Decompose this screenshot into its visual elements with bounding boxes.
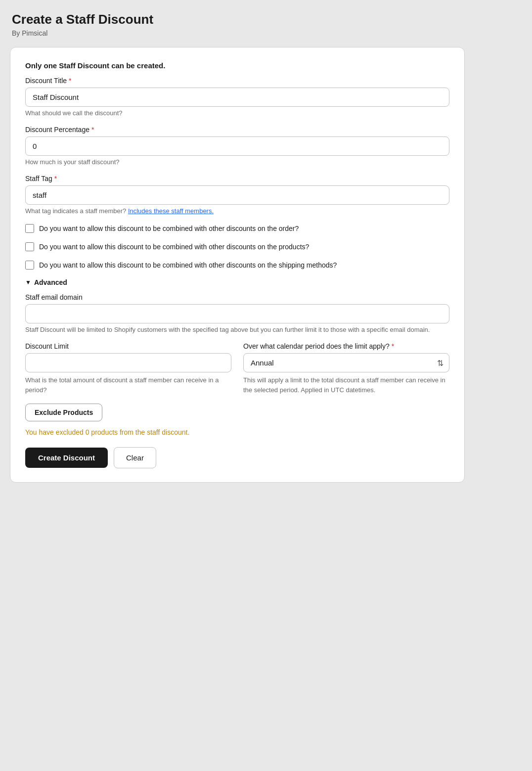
email-domain-hint: Staff Discount will be limited to Shopif… bbox=[25, 326, 449, 333]
email-domain-group: Staff email domain Staff Discount will b… bbox=[25, 293, 449, 333]
email-domain-label: Staff email domain bbox=[25, 293, 449, 301]
discount-limit-input[interactable] bbox=[25, 353, 231, 372]
required-star-period: * bbox=[392, 342, 394, 350]
discount-percentage-group: Discount Percentage * How much is your s… bbox=[25, 126, 449, 166]
discount-title-hint: What should we call the discount? bbox=[25, 109, 449, 117]
checkbox-combine-order: Do you want to allow this discount to be… bbox=[25, 224, 449, 234]
discount-title-input[interactable] bbox=[25, 88, 449, 107]
checkbox-combine-order-label: Do you want to allow this discount to be… bbox=[39, 224, 299, 234]
calendar-period-select-wrapper: Annual Monthly Weekly Daily ⇅ bbox=[243, 353, 449, 372]
checkbox-combine-products-input[interactable] bbox=[25, 242, 34, 251]
advanced-toggle[interactable]: ▼ Advanced bbox=[25, 278, 449, 286]
form-card: Only one Staff Discount can be created. … bbox=[10, 47, 465, 483]
discount-title-group: Discount Title * What should we call the… bbox=[25, 77, 449, 117]
checkbox-combine-order-input[interactable] bbox=[25, 224, 34, 233]
staff-tag-hint: What tag indicates a staff member? Inclu… bbox=[25, 207, 449, 215]
discount-percentage-input[interactable] bbox=[25, 136, 449, 156]
calendar-period-col: Over what calendar period does the limit… bbox=[243, 342, 449, 395]
discount-title-label: Discount Title * bbox=[25, 77, 449, 85]
discount-limit-col: Discount Limit What is the total amount … bbox=[25, 342, 231, 395]
calendar-period-label: Over what calendar period does the limit… bbox=[243, 342, 449, 350]
email-domain-input[interactable] bbox=[25, 304, 449, 323]
clear-button[interactable]: Clear bbox=[114, 447, 156, 468]
checkbox-combine-shipping-input[interactable] bbox=[25, 261, 34, 270]
excluded-notice: You have excluded 0 products from the st… bbox=[25, 428, 449, 436]
checkbox-combine-shipping: Do you want to allow this discount to be… bbox=[25, 260, 449, 271]
page-title: Create a Staff Discount bbox=[12, 12, 522, 27]
exclude-products-button[interactable]: Exclude Products bbox=[25, 404, 102, 421]
advanced-toggle-arrow: ▼ bbox=[25, 279, 31, 286]
discount-percentage-hint: How much is your staff discount? bbox=[25, 158, 449, 166]
create-discount-button[interactable]: Create Discount bbox=[25, 448, 108, 468]
advanced-section: ▼ Advanced Staff email domain Staff Disc… bbox=[25, 278, 449, 395]
action-row: Create Discount Clear bbox=[25, 447, 449, 468]
staff-members-link[interactable]: Includes these staff members. bbox=[128, 207, 214, 215]
staff-tag-label: Staff Tag * bbox=[25, 175, 449, 182]
checkbox-combine-products: Do you want to allow this discount to be… bbox=[25, 242, 449, 252]
discount-limit-label: Discount Limit bbox=[25, 342, 231, 350]
staff-tag-group: Staff Tag * What tag indicates a staff m… bbox=[25, 175, 449, 215]
limit-period-row: Discount Limit What is the total amount … bbox=[25, 342, 449, 395]
required-star-title: * bbox=[69, 77, 71, 85]
required-star-pct: * bbox=[91, 126, 94, 134]
discount-limit-hint: What is the total amount of discount a s… bbox=[25, 375, 231, 395]
discount-percentage-label: Discount Percentage * bbox=[25, 126, 449, 134]
checkbox-combine-products-label: Do you want to allow this discount to be… bbox=[39, 242, 309, 252]
calendar-period-hint: This will apply a limit to the total dis… bbox=[243, 375, 449, 395]
only-one-notice: Only one Staff Discount can be created. bbox=[25, 61, 449, 70]
required-star-tag: * bbox=[54, 175, 57, 182]
calendar-period-select[interactable]: Annual Monthly Weekly Daily bbox=[243, 353, 449, 372]
advanced-toggle-label: Advanced bbox=[34, 278, 67, 286]
checkbox-combine-shipping-label: Do you want to allow this discount to be… bbox=[39, 260, 337, 271]
checkboxes-container: Do you want to allow this discount to be… bbox=[25, 224, 449, 271]
page-header: Create a Staff Discount By Pimsical bbox=[10, 12, 522, 37]
staff-tag-input[interactable] bbox=[25, 185, 449, 205]
page-subtitle: By Pimsical bbox=[12, 29, 522, 37]
